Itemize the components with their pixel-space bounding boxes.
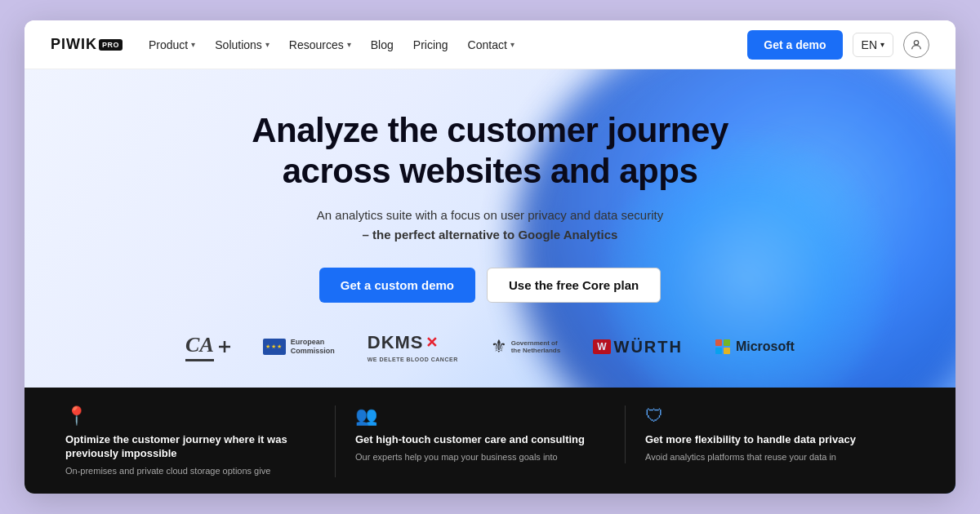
dkms-cross: ✕ [425,334,438,352]
nav-item-product[interactable]: Product ▾ [149,38,195,51]
feature-item-privacy: 🛡 Get more flexibility to handle data pr… [626,405,915,463]
logo-credit-agricole: CA [185,333,230,361]
navbar: PIWIK PRO Product ▾ Solutions ▾ Resource… [24,20,956,69]
user-account-icon[interactable] [903,32,929,58]
browser-window: PIWIK PRO Product ▾ Solutions ▾ Resource… [24,20,956,494]
location-icon: 📍 [65,405,318,427]
shield-icon: 🛡 [645,405,898,427]
use-free-core-plan-button[interactable]: Use the free Core plan [487,268,661,303]
feature-title-consulting: Get high-touch customer care and consult… [355,433,608,447]
nav-pricing-label: Pricing [413,38,448,51]
logo-dkms: DKMS ✕ WE DELETE BLOOD CANCER [368,332,458,362]
nav-blog-label: Blog [371,38,394,51]
feature-desc-consulting: Our experts help you map your business g… [355,451,608,463]
logo-european-commission: ★★★ European Commission [263,338,335,356]
chevron-down-icon: ▾ [191,40,195,49]
nav-item-pricing[interactable]: Pricing [413,38,448,51]
nav-solutions-label: Solutions [215,38,262,51]
wurth-w-badge: W [593,339,610,354]
hero-title: Analyze the customer journey across webs… [204,110,776,193]
features-section: 📍 Optimize the customer journey where it… [24,388,956,494]
chevron-down-icon: ▾ [510,40,514,49]
ca-cross-icon [219,341,230,352]
dkms-text: DKMS [368,332,424,353]
feature-desc-journey: On-premises and private cloud storage op… [65,465,318,477]
logo[interactable]: PIWIK PRO [51,36,122,53]
client-logos-bar: CA ★★★ European Commission [24,332,956,362]
chevron-down-icon: ▾ [265,40,270,49]
nav-item-resources[interactable]: Resources ▾ [289,38,351,51]
logo-government-nl: ⚜ Government of the Netherlands [491,336,560,357]
nav-product-label: Product [149,38,188,51]
hero-subtitle-line2: – the perfect alternative to Google Anal… [363,228,618,241]
feature-desc-privacy: Avoid analytics platforms that reuse you… [645,451,898,463]
wurth-text: WÜRTH [614,338,683,357]
nav-item-solutions[interactable]: Solutions ▾ [215,38,270,51]
feature-item-journey: 📍 Optimize the customer journey where it… [65,405,336,477]
feature-title-privacy: Get more flexibility to handle data priv… [645,433,898,447]
nav-contact-label: Contact [468,38,507,51]
feature-title-journey: Optimize the customer journey where it w… [65,433,318,461]
language-label: EN [862,38,877,51]
microsoft-text: Microsoft [736,339,795,354]
nav-right: Get a demo EN ▾ [747,30,929,60]
chevron-down-icon: ▾ [880,40,884,49]
nav-resources-label: Resources [289,38,344,51]
nav-item-blog[interactable]: Blog [371,38,394,51]
language-selector[interactable]: EN ▾ [853,33,893,57]
svg-point-0 [914,40,918,44]
logo-wurth: W WÜRTH [593,338,683,357]
gov-emblem: ⚜ [491,336,507,357]
logo-badge: PRO [99,39,122,51]
nav-item-contact[interactable]: Contact ▾ [468,38,514,51]
nav-links: Product ▾ Solutions ▾ Resources ▾ Blog P… [149,38,514,51]
get-custom-demo-button[interactable]: Get a custom demo [319,268,475,303]
logo-microsoft: Microsoft [715,339,795,354]
hero-subtitle-line1: An analytics suite with a focus on user … [317,208,663,222]
hero-buttons: Get a custom demo Use the free Core plan [319,268,661,303]
logo-text: PIWIK [51,36,97,53]
dkms-tagline: WE DELETE BLOOD CANCER [368,357,458,362]
chevron-down-icon: ▾ [347,40,351,49]
get-demo-button[interactable]: Get a demo [747,30,842,60]
feature-item-consulting: 👥 Get high-touch customer care and consu… [336,405,626,463]
ca-logo-text: CA [185,333,214,361]
hero-subtitle: An analytics suite with a focus on user … [317,206,663,245]
hero-section: Analyze the customer journey across webs… [24,69,956,303]
microsoft-grid-icon [715,339,730,354]
nav-left: PIWIK PRO Product ▾ Solutions ▾ Resource… [51,36,514,53]
main-content: Analyze the customer journey across webs… [24,69,956,494]
team-icon: 👥 [355,405,608,427]
